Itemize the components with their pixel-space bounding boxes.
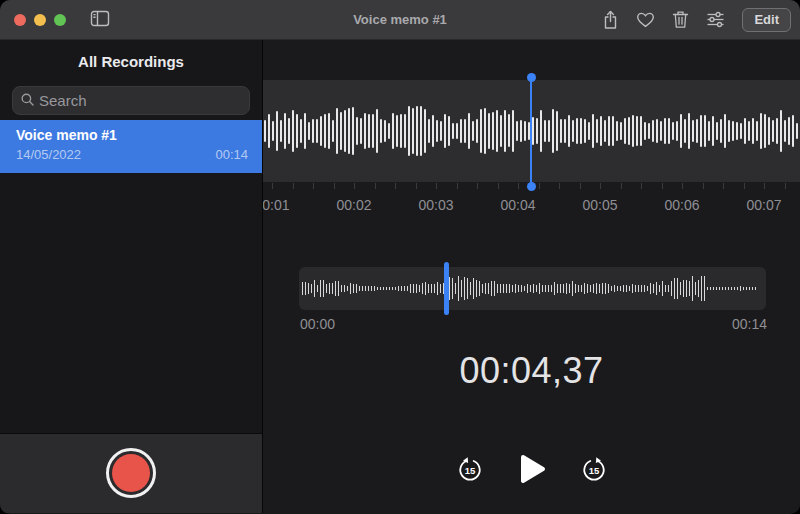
overview-waveform-bar [749, 287, 750, 289]
overview-waveform-bar [569, 284, 570, 292]
waveform-bar [704, 115, 706, 146]
traffic-lights [0, 14, 66, 26]
play-icon [515, 452, 549, 489]
waveform-bar [492, 112, 494, 149]
close-button[interactable] [14, 14, 26, 26]
waveform-bar [788, 117, 790, 145]
waveform-bar [372, 114, 374, 148]
waveform-bar [264, 120, 266, 142]
sidebar-toggle-button[interactable] [90, 10, 110, 30]
overview-waveform-bar [302, 282, 303, 296]
overview-waveform-bar [518, 285, 519, 293]
waveform-bar [616, 121, 618, 140]
waveform-bar [580, 118, 582, 144]
overview-waveform-bar [404, 286, 405, 292]
playhead-bottom-knob[interactable] [527, 182, 536, 191]
waveform-bar [656, 119, 658, 143]
ruler-tick [764, 183, 765, 189]
playhead[interactable] [530, 78, 532, 187]
overview-waveform-bar [626, 285, 627, 292]
zoom-button[interactable] [54, 14, 66, 26]
waveform-bar [748, 121, 750, 142]
waveform-bar [536, 118, 538, 144]
overview-waveform-bar [590, 285, 591, 292]
waveform-bar [532, 117, 534, 145]
minimize-button[interactable] [34, 14, 46, 26]
share-button[interactable] [602, 10, 619, 30]
ruler-label: 00:03 [418, 197, 453, 213]
overview-waveform-bar [317, 285, 318, 293]
overview-waveform-bar [656, 282, 657, 296]
overview-waveform-bar [509, 284, 510, 294]
skip-forward-15-button[interactable]: 15 [579, 454, 609, 487]
waveform-bar [416, 106, 418, 156]
overview-waveform-bar [407, 286, 408, 291]
waveform-bar [584, 119, 586, 142]
overview-waveform-bar [548, 285, 549, 292]
waveform-bar [344, 110, 346, 151]
overview-waveform-bar [620, 286, 621, 291]
search-input[interactable]: Search [12, 86, 250, 115]
delete-button[interactable] [672, 10, 689, 29]
waveform-bar [516, 121, 518, 141]
overview-waveform-bar [422, 283, 423, 293]
overview-waveform-bar [536, 285, 537, 293]
overview-waveform-bar [638, 285, 639, 292]
overview-waveform-bar [701, 276, 702, 300]
overview-playhead[interactable] [444, 262, 449, 315]
waveform-bar [680, 114, 682, 148]
sliders-icon [706, 11, 725, 28]
record-button[interactable] [106, 448, 156, 498]
edit-button[interactable]: Edit [742, 8, 791, 32]
waveform-bar [620, 122, 622, 141]
overview-waveform-bar [380, 287, 381, 290]
waveform-bar [452, 123, 454, 138]
overview-waveform-bar [455, 283, 456, 295]
waveform-bar [772, 120, 774, 142]
playback-controls: 15 15 [263, 452, 800, 489]
overview-waveform-bar [632, 284, 633, 292]
recording-list-item[interactable]: Voice memo #1 14/05/2022 00:14 [0, 120, 262, 173]
ruler-label: 00:01 [263, 197, 290, 213]
waveform-overview[interactable] [299, 267, 766, 310]
record-icon [112, 454, 150, 492]
ruler-tick [313, 183, 314, 189]
waveform-bar [472, 121, 474, 141]
waveform-bar [368, 114, 370, 147]
waveform-bar [356, 117, 358, 146]
waveform-bar [524, 121, 526, 141]
playhead-top-knob[interactable] [527, 73, 536, 82]
overview-waveform-bar [731, 287, 732, 291]
skip-back-15-button[interactable]: 15 [455, 454, 485, 487]
waveform-bar [688, 113, 690, 150]
overview-waveform-bar [419, 285, 420, 292]
waveform-bar [756, 121, 758, 141]
overview-waveform-bar [344, 285, 345, 293]
overview-waveform-bar [605, 283, 606, 293]
svg-text:15: 15 [464, 465, 475, 476]
overview-waveform-bar [698, 280, 699, 297]
favorite-button[interactable] [636, 11, 655, 28]
edit-options-button[interactable] [706, 11, 725, 28]
overview-waveform-bar [311, 284, 312, 293]
overview-waveform-bar [566, 283, 567, 294]
waveform-bar [796, 123, 798, 140]
waveform-bar [296, 114, 298, 148]
overview-waveform-bar [692, 276, 693, 300]
overview-waveform-bar [602, 283, 603, 294]
ruler-tick [621, 183, 622, 189]
play-button[interactable] [515, 452, 549, 489]
overview-waveform-bar [575, 284, 576, 293]
waveform-bar [624, 118, 626, 143]
waveform-bar [376, 109, 378, 153]
recordings-list: Voice memo #1 14/05/2022 00:14 [0, 120, 262, 173]
waveform-bar [592, 114, 594, 149]
waveform-bar [464, 119, 466, 142]
waveform-bar [400, 114, 402, 147]
overview-waveform-bar [596, 283, 597, 295]
ruler-tick [457, 183, 458, 189]
overview-waveform-bar [671, 281, 672, 295]
ruler-tick [477, 183, 478, 189]
waveform-bar [568, 115, 570, 146]
overview-waveform-bar [365, 286, 366, 291]
